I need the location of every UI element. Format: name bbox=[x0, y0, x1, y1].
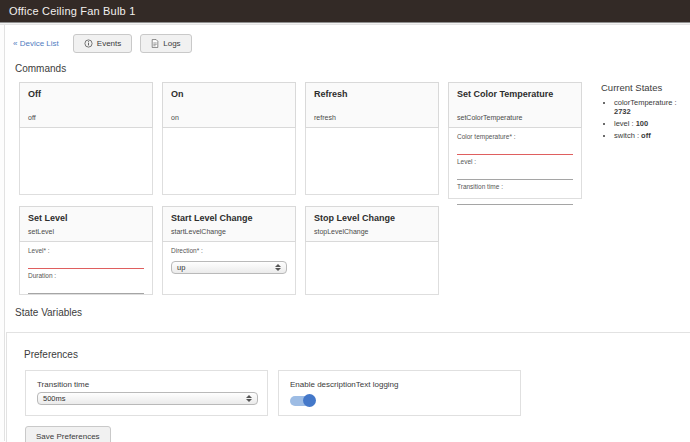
command-button-set-level[interactable]: Set Level setLevel bbox=[19, 206, 153, 242]
state-color-temperature: colorTemperature : 2732 bbox=[614, 98, 690, 116]
command-body: Direction* : up bbox=[162, 242, 296, 295]
description-logging-pref-card: Enable descriptionText logging bbox=[278, 370, 521, 416]
state-name: colorTemperature : bbox=[614, 98, 677, 107]
command-button-on[interactable]: On on bbox=[162, 82, 296, 128]
commands-row-1: Off off On on Refresh refresh Set Color … bbox=[5, 82, 690, 199]
document-icon bbox=[151, 39, 159, 48]
command-button-off[interactable]: Off off bbox=[19, 82, 153, 128]
command-button-refresh[interactable]: Refresh refresh bbox=[305, 82, 439, 128]
state-value: 100 bbox=[636, 119, 649, 128]
command-card-set-color-temperature: Set Color Temperature setColorTemperatur… bbox=[448, 82, 582, 199]
select-stepper-icon bbox=[275, 264, 281, 272]
preferences-heading: Preferences bbox=[24, 349, 690, 360]
state-value: 2732 bbox=[614, 107, 631, 116]
transition-time-select[interactable]: 500ms bbox=[37, 392, 258, 405]
description-logging-label: Enable descriptionText logging bbox=[290, 380, 509, 389]
transition-time-label: Transition time bbox=[37, 380, 256, 389]
state-level: level : 100 bbox=[614, 119, 690, 128]
logs-button[interactable]: Logs bbox=[140, 34, 191, 53]
field-color-temperature: Color temperature* : bbox=[457, 133, 573, 155]
field-label: Duration : bbox=[28, 272, 144, 279]
field-label: Color temperature* : bbox=[457, 133, 573, 140]
command-button-start-level-change[interactable]: Start Level Change startLevelChange bbox=[162, 206, 296, 242]
command-title: Off bbox=[28, 89, 144, 99]
field-transition-time: Transition time : bbox=[457, 183, 573, 205]
window-title-bar: Office Ceiling Fan Bulb 1 bbox=[0, 0, 690, 22]
field-level: Level : bbox=[457, 158, 573, 180]
command-name: off bbox=[28, 114, 144, 121]
command-name: setLevel bbox=[28, 228, 144, 235]
state-value: off bbox=[641, 131, 651, 140]
command-name: setColorTemperature bbox=[457, 114, 573, 121]
duration-input[interactable] bbox=[28, 286, 144, 294]
command-button-set-color-temperature[interactable]: Set Color Temperature setColorTemperatur… bbox=[448, 82, 582, 128]
toggle-knob bbox=[303, 394, 316, 407]
command-card-stop-level-change: Stop Level Change stopLevelChange bbox=[305, 206, 439, 295]
command-name: stopLevelChange bbox=[314, 228, 430, 235]
command-title: On bbox=[171, 89, 287, 99]
transition-time-input[interactable] bbox=[457, 197, 573, 205]
description-logging-toggle[interactable] bbox=[290, 396, 314, 406]
command-card-set-level: Set Level setLevel Level* : Duration : bbox=[19, 206, 153, 295]
state-name: level : bbox=[614, 119, 636, 128]
device-list-link[interactable]: « Device List bbox=[13, 39, 59, 48]
state-variables-heading: State Variables bbox=[15, 307, 690, 318]
command-body bbox=[19, 128, 153, 195]
select-stepper-icon bbox=[246, 395, 252, 403]
set-level-input[interactable] bbox=[28, 261, 144, 269]
preferences-cards: Transition time 500ms Enable description… bbox=[25, 370, 690, 416]
events-button-label: Events bbox=[97, 39, 121, 48]
command-name: on bbox=[171, 114, 287, 121]
command-card-start-level-change: Start Level Change startLevelChange Dire… bbox=[162, 206, 296, 295]
device-title: Office Ceiling Fan Bulb 1 bbox=[9, 5, 135, 17]
command-title: Set Color Temperature bbox=[457, 89, 573, 99]
preferences-panel: Preferences Transition time 500ms Enable… bbox=[6, 332, 690, 442]
state-switch: switch : off bbox=[614, 131, 690, 140]
command-body bbox=[305, 128, 439, 195]
command-body bbox=[162, 128, 296, 195]
events-button[interactable]: Events bbox=[73, 34, 132, 53]
command-card-refresh: Refresh refresh bbox=[305, 82, 439, 195]
direction-select[interactable]: up bbox=[171, 261, 287, 274]
command-title: Refresh bbox=[314, 89, 430, 99]
command-body bbox=[305, 242, 439, 295]
command-name: startLevelChange bbox=[171, 228, 287, 235]
transition-time-pref-card: Transition time 500ms bbox=[25, 370, 268, 416]
command-body: Level* : Duration : bbox=[19, 242, 153, 295]
command-card-off: Off off bbox=[19, 82, 153, 195]
color-temperature-input[interactable] bbox=[457, 147, 573, 155]
device-nav: « Device List Events Logs bbox=[5, 25, 690, 53]
level-input[interactable] bbox=[457, 172, 573, 180]
logs-button-label: Logs bbox=[163, 39, 180, 48]
info-icon bbox=[84, 39, 93, 48]
current-states-panel: Current States colorTemperature : 2732 l… bbox=[601, 82, 690, 143]
direction-select-value: up bbox=[177, 263, 185, 272]
state-name: switch : bbox=[614, 131, 641, 140]
field-label: Level* : bbox=[28, 247, 144, 254]
command-name: refresh bbox=[314, 114, 430, 121]
field-label: Transition time : bbox=[457, 183, 573, 190]
command-title: Set Level bbox=[28, 213, 144, 223]
device-page: « Device List Events Logs Commands Off o… bbox=[4, 25, 690, 441]
field-set-level: Level* : bbox=[28, 247, 144, 269]
transition-time-select-value: 500ms bbox=[43, 394, 66, 403]
field-label: Level : bbox=[457, 158, 573, 165]
field-duration: Duration : bbox=[28, 272, 144, 294]
command-button-stop-level-change[interactable]: Stop Level Change stopLevelChange bbox=[305, 206, 439, 242]
commands-row-2: Set Level setLevel Level* : Duration : S… bbox=[5, 206, 690, 295]
command-card-on: On on bbox=[162, 82, 296, 195]
commands-heading: Commands bbox=[15, 63, 690, 74]
save-preferences-button[interactable]: Save Preferences bbox=[25, 426, 111, 442]
field-label: Direction* : bbox=[171, 247, 287, 254]
field-direction: Direction* : up bbox=[171, 247, 287, 274]
current-states-list: colorTemperature : 2732 level : 100 swit… bbox=[601, 98, 690, 140]
command-body: Color temperature* : Level : Transition … bbox=[448, 128, 582, 199]
command-title: Stop Level Change bbox=[314, 213, 430, 223]
command-title: Start Level Change bbox=[171, 213, 287, 223]
current-states-heading: Current States bbox=[601, 82, 690, 93]
